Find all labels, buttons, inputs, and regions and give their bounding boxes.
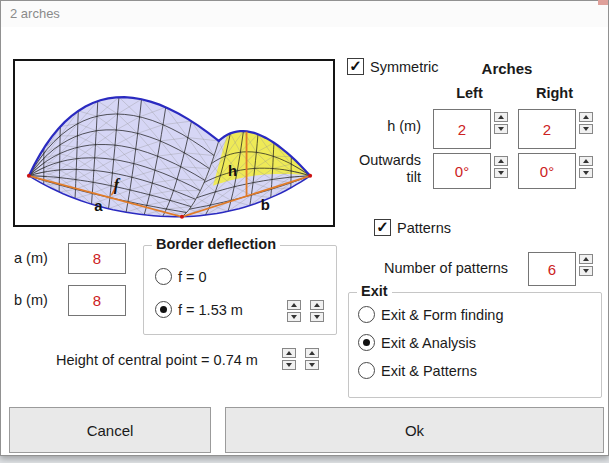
number-of-patterns-label: Number of patterns [384, 260, 508, 276]
spin-down-button[interactable] [579, 168, 593, 178]
triangle-up-icon [309, 351, 315, 355]
h-right-input[interactable]: 2 [518, 109, 576, 149]
tilt-label-line2: tilt [407, 169, 422, 185]
background-close-button-fragment [598, 0, 608, 5]
radio-exit-analysis[interactable]: Exit & Analysis [358, 334, 476, 351]
spin-up-button[interactable] [310, 300, 324, 310]
radio-icon [358, 306, 375, 323]
spin-down-button[interactable] [494, 168, 508, 178]
checkmark-icon: ✓ [376, 219, 389, 234]
b-input[interactable]: 8 [68, 285, 126, 316]
spin-up-button[interactable] [579, 254, 593, 264]
column-header-right: Right [518, 85, 591, 101]
tilt-left-input[interactable]: 0° [433, 153, 491, 189]
border-deflection-group: Border deflection f = 0 f = 1.53 m [143, 245, 337, 335]
a-label: a (m) [14, 250, 48, 266]
h-right-spinner [579, 112, 593, 134]
spin-up-button[interactable] [494, 112, 508, 122]
membrane-diagram: a f b h [15, 61, 333, 225]
triangle-up-icon [583, 159, 589, 163]
spin-down-button[interactable] [282, 360, 296, 370]
spin-up-button[interactable] [287, 300, 301, 310]
triangle-down-icon [583, 127, 589, 131]
central-height-spinner-1 [282, 348, 296, 370]
radio-exit-form-finding[interactable]: Exit & Form finding [358, 306, 504, 323]
triangle-down-icon [314, 315, 320, 319]
triangle-down-icon [309, 363, 315, 367]
border-deflection-title: Border deflection [152, 236, 280, 252]
a-value: 8 [93, 250, 101, 267]
triangle-up-icon [583, 115, 589, 119]
a-input[interactable]: 8 [68, 243, 126, 274]
spin-down-button[interactable] [579, 124, 593, 134]
spin-down-button[interactable] [310, 312, 324, 322]
triangle-down-icon [583, 269, 589, 273]
radio-exit-patterns[interactable]: Exit & Patterns [358, 362, 477, 379]
triangle-up-icon [291, 303, 297, 307]
number-of-patterns-input[interactable]: 6 [528, 252, 576, 286]
exit-group-title: Exit [357, 283, 392, 299]
radio-dot [363, 339, 370, 346]
radio-f-value-label: f = 1.53 m [178, 302, 243, 318]
ok-button-label: Ok [405, 422, 424, 439]
spin-down-button[interactable] [287, 312, 301, 322]
tilt-label-line1: Outwards [359, 152, 421, 168]
ok-button[interactable]: Ok [225, 407, 604, 453]
window-title: 2 arches [10, 6, 60, 21]
tilt-right-spinner [579, 156, 593, 178]
checkbox-icon: ✓ [347, 58, 364, 75]
spin-up-button[interactable] [579, 112, 593, 122]
b-value: 8 [93, 292, 101, 309]
diagram-label-h: h [228, 162, 237, 179]
triangle-up-icon [583, 257, 589, 261]
f-value-spinner-1 [287, 300, 301, 322]
cancel-button[interactable]: Cancel [9, 407, 211, 453]
arches-title: Arches [433, 60, 581, 77]
patterns-checkbox[interactable]: ✓ Patterns [374, 219, 451, 236]
radio-icon [358, 362, 375, 379]
tilt-right-input[interactable]: 0° [518, 153, 576, 189]
membrane-preview-image: a f b h [13, 59, 335, 227]
spin-up-button[interactable] [579, 156, 593, 166]
spin-down-button[interactable] [305, 360, 319, 370]
cancel-button-label: Cancel [87, 422, 134, 439]
triangle-down-icon [286, 363, 292, 367]
radio-f-zero[interactable]: f = 0 [155, 268, 207, 285]
spin-up-button[interactable] [494, 156, 508, 166]
h-left-value: 2 [458, 121, 466, 138]
h-left-input[interactable]: 2 [433, 109, 491, 149]
spin-down-button[interactable] [579, 266, 593, 276]
title-bar[interactable]: 2 arches [1, 1, 608, 27]
tilt-left-value: 0° [455, 163, 469, 180]
diagram-label-b: b [261, 195, 270, 212]
column-header-left: Left [433, 85, 506, 101]
checkbox-icon: ✓ [374, 219, 391, 236]
radio-icon [358, 334, 375, 351]
radio-dot [160, 306, 167, 313]
h-label: h (m) [341, 118, 421, 134]
spin-up-button[interactable] [282, 348, 296, 358]
triangle-down-icon [583, 171, 589, 175]
radio-icon [155, 301, 172, 318]
central-height-text: Height of central point = 0.74 m [56, 352, 258, 368]
radio-f-value[interactable]: f = 1.53 m [155, 301, 243, 318]
triangle-up-icon [286, 351, 292, 355]
dialog-window: 2 arches a f b h a (m) 8 b (m) 8 Border … [0, 0, 609, 456]
triangle-down-icon [291, 315, 297, 319]
radio-exit-form-finding-label: Exit & Form finding [381, 307, 504, 323]
tilt-left-spinner [494, 156, 508, 178]
radio-f-zero-label: f = 0 [178, 269, 207, 285]
tilt-right-value: 0° [540, 163, 554, 180]
symmetric-checkbox[interactable]: ✓ Symmetric [347, 58, 438, 75]
h-right-value: 2 [543, 121, 551, 138]
h-left-spinner [494, 112, 508, 134]
b-label: b (m) [14, 292, 48, 308]
diagram-label-a: a [94, 196, 103, 213]
symmetric-label: Symmetric [370, 59, 438, 75]
spin-down-button[interactable] [494, 124, 508, 134]
spin-up-button[interactable] [305, 348, 319, 358]
exit-group: Exit Exit & Form finding Exit & Analysis… [348, 292, 602, 398]
triangle-down-icon [498, 171, 504, 175]
triangle-up-icon [314, 303, 320, 307]
radio-exit-analysis-label: Exit & Analysis [381, 335, 476, 351]
